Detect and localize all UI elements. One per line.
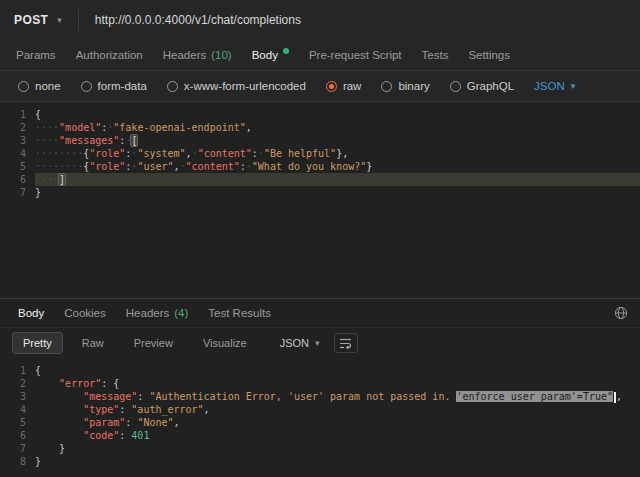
line-number: 1 (0, 364, 35, 377)
tab-settings[interactable]: Settings (458, 40, 520, 70)
response-tab-test-results[interactable]: Test Results (198, 299, 281, 327)
tab-label: Headers (163, 49, 206, 61)
line-number: 7 (0, 442, 35, 455)
code-text: } (35, 455, 640, 468)
tab-label: Cookies (64, 307, 106, 319)
body-language-select[interactable]: JSON ▾ (534, 80, 575, 92)
radio-icon (381, 81, 392, 92)
response-editor[interactable]: 1{2 "error": {3 "message": "Authenticati… (0, 358, 640, 477)
view-pretty-button[interactable]: Pretty (12, 332, 63, 354)
code-line[interactable]: 6 "code": 401 (0, 429, 640, 442)
wrap-text-button[interactable] (334, 333, 358, 353)
tab-label: Tests (422, 49, 449, 61)
line-number: 4 (0, 147, 35, 160)
radio-label: raw (343, 80, 362, 92)
wrap-text-icon (339, 338, 352, 349)
code-text: ····] (35, 173, 640, 186)
code-line[interactable]: 6····] (0, 173, 640, 186)
radio-x-www-form-urlencoded[interactable]: x-www-form-urlencoded (167, 80, 306, 92)
tab-count: (10) (211, 49, 231, 61)
radio-label: binary (398, 80, 429, 92)
code-line[interactable]: 8} (0, 455, 640, 468)
globe-icon[interactable] (610, 306, 632, 320)
line-number: 5 (0, 416, 35, 429)
method-label: POST (14, 13, 48, 27)
response-toolbar: Pretty Raw Preview Visualize JSON ▾ (0, 328, 640, 358)
tab-label: Body (18, 307, 44, 319)
radio-icon (81, 81, 92, 92)
code-line[interactable]: 5 "param": "None", (0, 416, 640, 429)
request-url-bar: POST ▾ http://0.0.0.0:4000/v1/chat/compl… (0, 0, 640, 40)
line-number: 8 (0, 455, 35, 468)
code-text: ····"model":·"fake-openai-endpoint", (35, 121, 640, 134)
code-text: "type": "auth_error", (35, 403, 640, 416)
code-text: { (35, 364, 640, 377)
tab-count: (4) (174, 307, 188, 319)
line-number: 6 (0, 173, 35, 186)
line-number: 3 (0, 134, 35, 147)
tab-label: Body (252, 49, 278, 61)
code-text: ····"messages":·[ (35, 134, 640, 147)
url-input[interactable]: http://0.0.0.0:4000/v1/chat/completions (95, 13, 301, 27)
radio-icon (18, 81, 29, 92)
language-label: JSON (280, 337, 309, 349)
request-tabs: Params Authorization Headers (10) Body P… (0, 40, 640, 71)
radio-binary[interactable]: binary (381, 80, 429, 92)
tab-body[interactable]: Body (242, 40, 299, 70)
line-number: 1 (0, 108, 35, 121)
divider (78, 9, 79, 31)
line-number: 4 (0, 403, 35, 416)
tab-params[interactable]: Params (6, 40, 66, 70)
line-number: 3 (0, 390, 35, 403)
method-select[interactable]: POST ▾ (14, 13, 62, 27)
view-preview-button[interactable]: Preview (123, 332, 184, 354)
code-text: "message": "Authentication Error, 'user'… (35, 390, 640, 403)
code-text: "code": 401 (35, 429, 640, 442)
chevron-down-icon: ▾ (315, 339, 320, 348)
code-line[interactable]: 2····"model":·"fake-openai-endpoint", (0, 121, 640, 134)
code-line[interactable]: 4 "type": "auth_error", (0, 403, 640, 416)
radio-label: form-data (98, 80, 147, 92)
line-number: 2 (0, 377, 35, 390)
code-line[interactable]: 4········{"role":·"system",·"content":·"… (0, 147, 640, 160)
code-line[interactable]: 5········{"role":·"user",·"content":·"Wh… (0, 160, 640, 173)
app-window: POST ▾ http://0.0.0.0:4000/v1/chat/compl… (0, 0, 640, 477)
code-line[interactable]: 2 "error": { (0, 377, 640, 390)
view-visualize-button[interactable]: Visualize (192, 332, 258, 354)
green-dot-indicator (283, 48, 289, 54)
code-line[interactable]: 1{ (0, 364, 640, 377)
radio-graphql[interactable]: GraphQL (450, 80, 514, 92)
code-line[interactable]: 3····"messages":·[ (0, 134, 640, 147)
code-line[interactable]: 7 } (0, 442, 640, 455)
response-tab-headers[interactable]: Headers (4) (116, 299, 199, 327)
view-raw-button[interactable]: Raw (71, 332, 115, 354)
response-tab-body[interactable]: Body (8, 299, 54, 327)
line-number: 6 (0, 429, 35, 442)
code-text: "error": { (35, 377, 640, 390)
tab-headers[interactable]: Headers (10) (153, 40, 242, 70)
radio-icon (167, 81, 178, 92)
tab-label: Params (16, 49, 56, 61)
code-text: ········{"role":·"user",·"content":·"Wha… (35, 160, 640, 173)
response-language-select[interactable]: JSON ▾ (280, 337, 320, 349)
line-number: 5 (0, 160, 35, 173)
tab-label: Settings (468, 49, 510, 61)
response-tabs: Body Cookies Headers (4) Test Results (0, 298, 640, 328)
tab-pre-request-script[interactable]: Pre-request Script (299, 40, 412, 70)
code-text: } (35, 186, 640, 199)
tab-tests[interactable]: Tests (412, 40, 459, 70)
body-type-bar: none form-data x-www-form-urlencoded raw… (0, 71, 640, 102)
request-editor[interactable]: 1{2····"model":·"fake-openai-endpoint",3… (0, 102, 640, 298)
tab-label: Headers (126, 307, 169, 319)
response-tab-cookies[interactable]: Cookies (54, 299, 116, 327)
response-panel: 1{2 "error": {3 "message": "Authenticati… (0, 358, 640, 477)
radio-none[interactable]: none (18, 80, 61, 92)
code-line[interactable]: 7} (0, 186, 640, 199)
chevron-down-icon: ▾ (571, 82, 576, 91)
radio-raw[interactable]: raw (326, 80, 362, 92)
code-line[interactable]: 3 "message": "Authentication Error, 'use… (0, 390, 640, 403)
radio-form-data[interactable]: form-data (81, 80, 147, 92)
line-number: 7 (0, 186, 35, 199)
code-line[interactable]: 1{ (0, 108, 640, 121)
tab-authorization[interactable]: Authorization (66, 40, 153, 70)
